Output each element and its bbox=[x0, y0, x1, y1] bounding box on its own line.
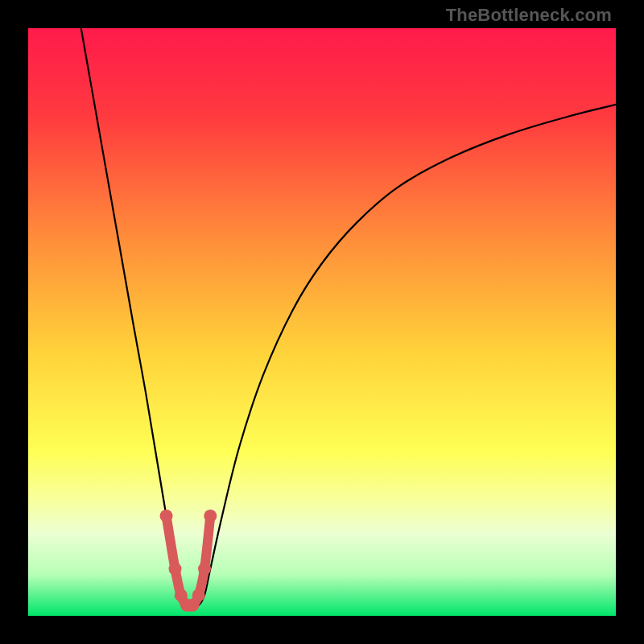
watermark-text: TheBottleneck.com bbox=[446, 5, 612, 26]
valley-marker-dot bbox=[160, 510, 173, 522]
plot-area bbox=[28, 28, 616, 616]
valley-marker-dot bbox=[192, 588, 205, 601]
valley-marker-dot bbox=[169, 563, 182, 576]
valley-marker-dot bbox=[204, 510, 217, 522]
gradient-background bbox=[28, 28, 616, 616]
chart-frame: TheBottleneck.com bbox=[0, 0, 644, 644]
chart-svg bbox=[28, 28, 616, 616]
valley-marker-dot bbox=[198, 563, 211, 576]
